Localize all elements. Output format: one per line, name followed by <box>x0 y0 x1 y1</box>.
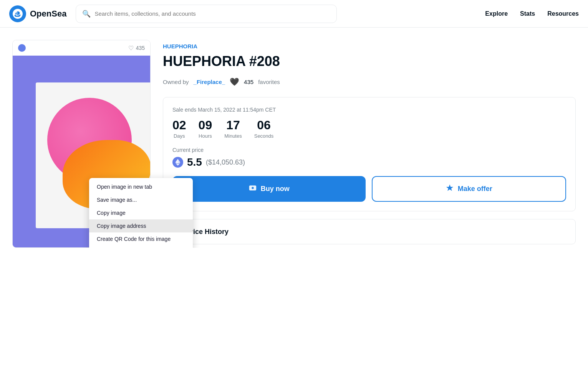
header: OpenSea 🔍 Explore Stats Resources <box>0 0 588 28</box>
sale-ends-text: Sale ends March 15, 2022 at 11:54pm CET <box>172 107 566 113</box>
context-menu: Open image in new tab Save image as... C… <box>89 178 193 248</box>
search-bar[interactable]: 🔍 <box>76 5 337 23</box>
action-buttons: Buy now Make offer <box>172 176 566 202</box>
collection-name[interactable]: HUEPHORIA <box>163 43 576 49</box>
logo-icon <box>9 5 26 22</box>
nav-stats[interactable]: Stats <box>520 10 535 17</box>
nav: Explore Stats Resources <box>485 10 579 17</box>
eth-chain-icon <box>18 44 26 52</box>
nft-card-header: ♡ 435 <box>13 40 150 56</box>
buy-now-icon <box>248 184 257 194</box>
search-input[interactable] <box>94 10 330 17</box>
countdown-minutes-label: Minutes <box>224 133 242 139</box>
countdown-minutes: 17 Minutes <box>224 118 242 139</box>
countdown-days-label: Days <box>174 133 185 139</box>
left-panel: ♡ 435 𝒟𝓇. Open image in new tab Save ima… <box>12 40 151 248</box>
context-create-qr[interactable]: Create QR Code for this image <box>89 232 193 245</box>
make-offer-button[interactable]: Make offer <box>372 176 566 202</box>
logo-text: OpenSea <box>30 9 66 19</box>
current-price-label: Current price <box>172 147 566 153</box>
like-area: ♡ 435 <box>128 44 145 52</box>
countdown-hours-value: 09 <box>199 118 212 132</box>
countdown-seconds-label: Seconds <box>254 133 274 139</box>
favorites-heart-icon: 🖤 <box>230 77 239 86</box>
buy-now-label: Buy now <box>261 185 290 193</box>
favorites-label: favorites <box>258 79 280 85</box>
context-copy-image[interactable]: Copy image <box>89 206 193 219</box>
countdown-hours-label: Hours <box>199 133 212 139</box>
ownership-row: Owned by _Fireplace_ 🖤 435 favorites <box>163 77 576 86</box>
main-content: ♡ 435 𝒟𝓇. Open image in new tab Save ima… <box>0 28 588 248</box>
eth-price-icon <box>172 157 183 168</box>
countdown-days: 02 Days <box>172 118 186 139</box>
price-row: 5.5 ($14,050.63) <box>172 156 566 168</box>
svg-point-2 <box>252 187 254 189</box>
context-open-new-tab[interactable]: Open image in new tab <box>89 180 193 193</box>
logo-link[interactable]: OpenSea <box>9 5 66 22</box>
make-offer-icon <box>446 184 454 194</box>
owned-by-label: Owned by <box>163 79 189 85</box>
context-save-image[interactable]: Save image as... <box>89 193 193 206</box>
like-count: 435 <box>136 45 145 51</box>
countdown-row: 02 Days 09 Hours 17 Minutes 06 Seconds <box>172 118 566 139</box>
price-usd: ($14,050.63) <box>206 158 245 166</box>
countdown-hours: 09 Hours <box>199 118 212 139</box>
price-history-section: 〰️ Price History <box>163 219 576 244</box>
countdown-minutes-value: 17 <box>224 118 242 132</box>
price-eth: 5.5 <box>187 156 202 168</box>
countdown-seconds-value: 06 <box>254 118 274 132</box>
right-panel: HUEPHORIA HUEPHORIA #208 Owned by _Firep… <box>163 40 576 248</box>
context-search-google-lens[interactable]: Search image with Google Lens <box>89 245 193 248</box>
search-icon: 🔍 <box>82 10 91 18</box>
nft-title: HUEPHORIA #208 <box>163 53 576 69</box>
owner-link[interactable]: _Fireplace_ <box>194 79 225 85</box>
countdown-seconds: 06 Seconds <box>254 118 274 139</box>
nav-resources[interactable]: Resources <box>547 10 579 17</box>
favorites-count: 435 <box>244 79 253 85</box>
context-copy-image-address[interactable]: Copy image address <box>89 219 193 232</box>
buy-now-button[interactable]: Buy now <box>172 176 366 202</box>
make-offer-label: Make offer <box>458 185 492 193</box>
heart-icon: ♡ <box>128 44 134 52</box>
nav-explore[interactable]: Explore <box>485 10 508 17</box>
price-history-header: 〰️ Price History <box>172 227 566 236</box>
countdown-days-value: 02 <box>172 118 186 132</box>
sale-box: Sale ends March 15, 2022 at 11:54pm CET … <box>163 97 576 211</box>
